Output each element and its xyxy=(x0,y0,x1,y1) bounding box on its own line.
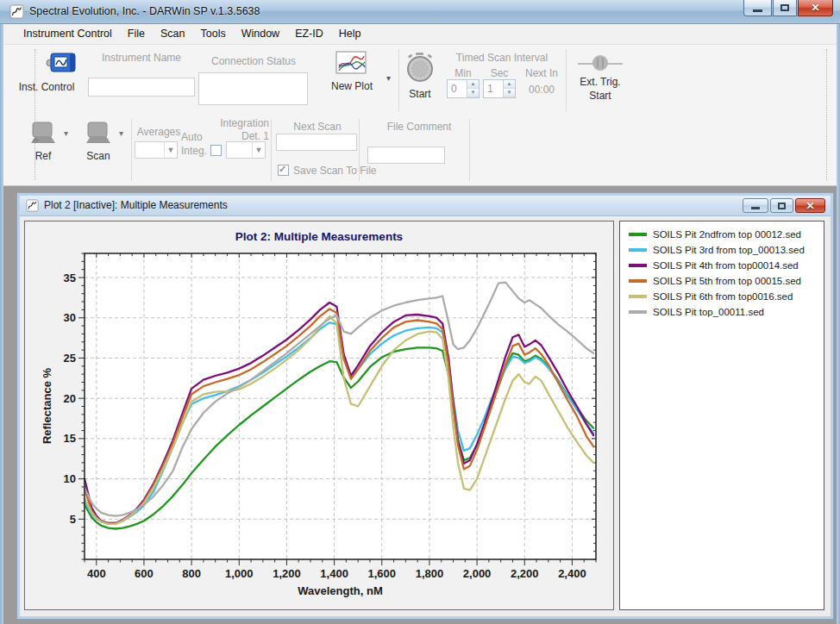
next-scan-field[interactable] xyxy=(276,134,357,151)
instrument-name-field[interactable] xyxy=(88,78,195,97)
ext-trig-start-button[interactable] xyxy=(574,52,626,74)
scan-button[interactable] xyxy=(83,121,114,147)
legend-swatch xyxy=(629,233,647,236)
auto-integ-label-line2: Integ. xyxy=(181,145,210,157)
menu-item-tools[interactable]: Tools xyxy=(192,24,233,44)
y-tick-label: 35 xyxy=(64,271,76,284)
legend-swatch xyxy=(629,295,647,298)
integration-label-line2: Det. 1 xyxy=(216,130,269,142)
ext-trig-icon xyxy=(574,52,626,74)
sec-down-icon[interactable]: ▼ xyxy=(504,89,515,97)
chart-legend: SOILS Pit 2ndfrom top 00012.sedSOILS Pit… xyxy=(619,221,824,610)
averages-dropdown-icon: ▼ xyxy=(164,142,177,158)
plot-restore-button[interactable] xyxy=(770,198,793,213)
x-axis-label: Wavelength, nM xyxy=(85,584,596,597)
sec-stepper[interactable]: 1 ▲▼ xyxy=(483,79,516,98)
minimize-button[interactable] xyxy=(743,0,772,16)
x-tick-label: 2,400 xyxy=(558,567,586,580)
y-tick-label: 30 xyxy=(64,311,76,324)
menu-item-window[interactable]: Window xyxy=(234,24,287,44)
legend-item: SOILS Pit 6th from top0016.sed xyxy=(624,289,820,304)
plot-close-button[interactable]: ✕ xyxy=(795,198,825,213)
x-tick-label: 600 xyxy=(135,567,154,580)
maximize-button[interactable] xyxy=(773,0,797,16)
ref-instrument-icon xyxy=(28,121,59,147)
toolbar: Inst. Control Instrument Name Connection… xyxy=(3,45,837,186)
menu-item-file[interactable]: File xyxy=(120,24,153,44)
ref-button[interactable] xyxy=(28,121,59,147)
scan-dropdown-icon[interactable]: ▾ xyxy=(119,128,123,138)
restore-icon xyxy=(778,203,786,209)
x-tick-label: 1,200 xyxy=(273,567,301,580)
save-scan-checkbox[interactable]: ✓ xyxy=(278,165,289,176)
legend-swatch xyxy=(629,279,647,283)
legend-item: SOILS Pit top_00011.sed xyxy=(624,304,820,320)
chart-panel: 4006008001,0001,2001,4001,6001,8002,0002… xyxy=(24,221,614,610)
menu-item-instrument-control[interactable]: Instrument Control xyxy=(16,24,120,44)
sec-value: 1 xyxy=(484,80,503,97)
integration-det1-select[interactable]: ▼ xyxy=(226,141,266,159)
min-up-icon[interactable]: ▲ xyxy=(467,80,479,89)
start-button[interactable] xyxy=(404,52,436,84)
sec-up-icon[interactable]: ▲ xyxy=(504,80,515,89)
legend-swatch xyxy=(629,310,647,314)
legend-swatch xyxy=(629,264,647,267)
legend-label: SOILS Pit 6th from top0016.sed xyxy=(653,291,793,302)
next-scan-label: Next Scan xyxy=(278,121,357,133)
toolbar-separator xyxy=(271,119,272,181)
new-plot-label: New Plot xyxy=(324,80,379,92)
legend-label: SOILS Pit 3rd from top_00013.sed xyxy=(653,245,805,255)
plot-window: Plot 2 [Inactive]: Multiple Measurements… xyxy=(17,193,833,619)
integration-label-line1: Integration xyxy=(216,117,269,129)
legend-item: SOILS Pit 5th from top 00015.sed xyxy=(624,273,820,289)
legend-swatch xyxy=(629,248,647,252)
window-border-right xyxy=(837,24,840,624)
min-down-icon[interactable]: ▼ xyxy=(467,89,479,97)
averages-select[interactable]: ▼ xyxy=(135,141,178,159)
toolbar-edge-divider-right xyxy=(826,49,827,180)
menu-item-ez-id[interactable]: EZ-ID xyxy=(287,24,331,44)
menu-item-scan[interactable]: Scan xyxy=(153,24,193,44)
x-tick-label: 1,000 xyxy=(225,567,254,580)
close-button[interactable]: ✕ xyxy=(798,0,833,16)
toolbar-separator xyxy=(359,119,360,181)
new-plot-button[interactable] xyxy=(335,50,369,76)
menu-item-help[interactable]: Help xyxy=(331,24,369,44)
start-label: Start xyxy=(402,88,438,100)
sec-label: Sec xyxy=(483,67,516,79)
file-comment-field[interactable] xyxy=(367,147,445,164)
plot-window-titlebar[interactable]: Plot 2 [Inactive]: Multiple Measurements… xyxy=(20,196,831,216)
auto-integ-checkbox[interactable]: ✓ xyxy=(210,145,222,156)
window-titlebar[interactable]: Spectral Evolution, Inc. - DARWin SP v.1… xyxy=(0,0,840,24)
averages-label: Averages xyxy=(135,126,183,138)
new-plot-icon xyxy=(335,50,369,76)
file-comment-label: File Comment xyxy=(374,121,464,133)
window-title: Spectral Evolution, Inc. - DARWin SP v.1… xyxy=(29,0,260,23)
y-tick-label: 25 xyxy=(64,352,76,365)
chart-title: Plot 2: Multiple Measurements xyxy=(25,230,613,243)
toolbar-separator xyxy=(398,49,399,111)
legend-label: SOILS Pit 5th from top 00015.sed xyxy=(653,276,801,286)
min-stepper[interactable]: 0 ▲▼ xyxy=(447,79,480,98)
close-icon: ✕ xyxy=(806,200,814,212)
x-tick-label: 2,200 xyxy=(511,567,539,580)
ref-dropdown-icon[interactable]: ▾ xyxy=(64,128,68,138)
y-tick-label: 15 xyxy=(64,432,76,445)
minimize-icon xyxy=(753,9,762,12)
new-plot-dropdown-icon[interactable]: ▾ xyxy=(386,73,391,83)
plot-minimize-button[interactable] xyxy=(743,198,768,213)
legend-item: SOILS Pit 4th from top00014.sed xyxy=(624,258,820,273)
x-tick-label: 1,800 xyxy=(416,567,444,580)
instrument-icon xyxy=(43,50,83,78)
inst-control-button[interactable] xyxy=(43,50,83,78)
toolbar-separator xyxy=(131,119,132,181)
checkmark-icon: ✓ xyxy=(279,165,288,174)
close-icon: ✕ xyxy=(811,2,819,14)
connection-status-field[interactable] xyxy=(198,72,308,105)
toolbar-separator xyxy=(566,49,567,111)
inst-control-label: Inst. Control xyxy=(5,81,88,93)
plot-window-title: Plot 2 [Inactive]: Multiple Measurements xyxy=(44,196,228,215)
x-tick-label: 400 xyxy=(87,567,106,580)
app-icon xyxy=(9,4,24,19)
legend-item: SOILS Pit 2ndfrom top 00012.sed xyxy=(624,227,820,242)
